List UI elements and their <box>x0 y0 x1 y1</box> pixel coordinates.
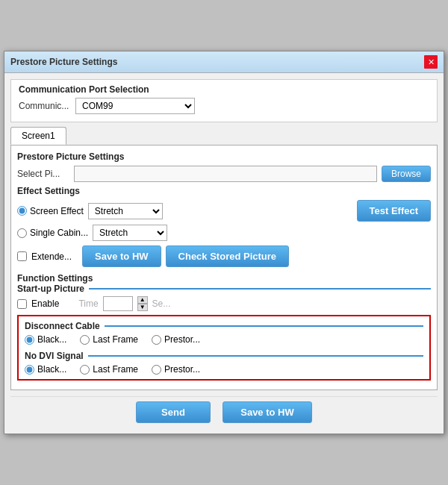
screen-effect-select[interactable]: Stretch Center Fit <box>88 203 163 219</box>
save-hw-button[interactable]: Save to HW <box>82 245 161 267</box>
disconnect-line <box>105 325 423 327</box>
browse-button[interactable]: Browse <box>382 166 431 182</box>
window-body: Communication Port Selection Communic...… <box>4 73 444 434</box>
startup-enable-row: Enable Time 2 ▲ ▼ Se... <box>17 296 431 311</box>
time-label: Time <box>78 298 98 309</box>
startup-line <box>89 288 431 290</box>
comm-select[interactable]: COM99 COM1 COM2 <box>75 98 195 114</box>
single-cabin-label: Single Cabin... <box>30 228 88 238</box>
spinner-down[interactable]: ▼ <box>137 304 148 311</box>
time-input[interactable]: 2 <box>103 296 133 311</box>
screen1-tab[interactable]: Screen1 <box>10 127 66 145</box>
send-row: Send Save to HW <box>10 396 438 428</box>
nodvi-black-group: Black... <box>25 364 66 375</box>
send-button[interactable]: Send <box>136 401 211 423</box>
effect-section: Effect Settings Screen Effect Stretch Ce… <box>17 186 431 241</box>
comm-section: Communication Port Selection Communic...… <box>10 79 438 122</box>
nodvi-title: No DVI Signal <box>25 351 84 361</box>
single-cabin-radio[interactable] <box>17 228 27 238</box>
disconnect-prestor-label: Prestor... <box>164 334 200 345</box>
title-bar: Prestore Picture Settings ✕ <box>4 51 444 73</box>
comm-label: Communic... <box>19 101 71 111</box>
disconnect-black-group: Black... <box>25 334 66 345</box>
extend-label: Extende... <box>31 251 72 262</box>
single-cabin-select[interactable]: Stretch Center Fit <box>93 225 167 241</box>
disconnect-lastframe-label: Last Frame <box>93 334 138 345</box>
disconnect-cable-section: Disconnect Cable Black... Last Frame <box>17 315 431 381</box>
nodvi-lastframe-group: Last Frame <box>80 364 138 375</box>
disconnect-lastframe-group: Last Frame <box>80 334 138 345</box>
function-title: Function Settings <box>17 273 431 284</box>
nodvi-lastframe-radio[interactable] <box>80 365 90 375</box>
spinner-up[interactable]: ▲ <box>137 296 148 304</box>
disconnect-prestor-radio[interactable] <box>152 335 161 345</box>
close-button[interactable]: ✕ <box>424 55 438 69</box>
window-title: Prestore Picture Settings <box>10 57 117 67</box>
screen-effect-label: Screen Effect <box>30 206 84 216</box>
tab-bar: Screen1 <box>10 127 438 146</box>
startup-title: Start-up Picture <box>17 284 84 294</box>
nodvi-line <box>88 355 423 357</box>
nodvi-black-radio[interactable] <box>25 365 34 375</box>
spinner-buttons: ▲ ▼ <box>137 296 148 311</box>
nodvi-prestor-group: Prestor... <box>152 364 200 375</box>
disconnect-radio-options: Black... Last Frame Prestor... <box>25 334 423 345</box>
picture-path-input[interactable] <box>74 166 377 182</box>
nodvi-header-row: No DVI Signal <box>25 351 423 361</box>
nodvi-prestor-radio[interactable] <box>152 365 161 375</box>
test-effect-button[interactable]: Test Effect <box>357 200 432 222</box>
disconnect-lastframe-radio[interactable] <box>80 335 90 345</box>
disconnect-header-row: Disconnect Cable <box>25 321 423 331</box>
single-cabin-radio-group: Single Cabin... <box>17 228 88 238</box>
startup-header-row: Start-up Picture <box>17 284 431 294</box>
enable-checkbox[interactable] <box>17 299 27 309</box>
screen-effect-radio[interactable] <box>17 206 27 216</box>
enable-label: Enable <box>31 298 59 309</box>
screen-effect-row: Screen Effect Stretch Center Fit Test Ef… <box>17 200 431 222</box>
disconnect-black-label: Black... <box>37 334 66 345</box>
prestore-title: Prestore Picture Settings <box>17 151 431 162</box>
disconnect-black-radio[interactable] <box>25 335 34 345</box>
effect-title: Effect Settings <box>17 186 431 196</box>
screen-effect-radio-group: Screen Effect <box>17 206 84 216</box>
disconnect-prestor-group: Prestor... <box>152 334 200 345</box>
check-stored-button[interactable]: Check Stored Picture <box>166 245 290 267</box>
sec-label: Se... <box>152 298 171 309</box>
single-cabin-row: Single Cabin... Stretch Center Fit <box>17 225 431 241</box>
disconnect-title: Disconnect Cable <box>25 321 100 331</box>
tab-content: Prestore Picture Settings Select Pi... B… <box>10 146 438 390</box>
select-picture-row: Select Pi... Browse <box>17 166 431 182</box>
nodvi-prestor-label: Prestor... <box>164 364 200 375</box>
extend-checkbox[interactable] <box>17 251 27 261</box>
nodvi-radio-options: Black... Last Frame Prestor... <box>25 364 423 375</box>
select-picture-label: Select Pi... <box>17 169 69 179</box>
function-section: Function Settings Start-up Picture Enabl… <box>17 273 431 381</box>
actions-row: Extende... Save to HW Check Stored Pictu… <box>17 245 431 267</box>
final-save-hw-button[interactable]: Save to HW <box>223 401 312 423</box>
comm-row: Communic... COM99 COM1 COM2 <box>19 98 429 114</box>
nodvi-black-label: Black... <box>37 364 66 375</box>
comm-section-title: Communication Port Selection <box>19 84 429 95</box>
main-window: Prestore Picture Settings ✕ Communicatio… <box>4 51 444 434</box>
nodvi-lastframe-label: Last Frame <box>93 364 138 375</box>
